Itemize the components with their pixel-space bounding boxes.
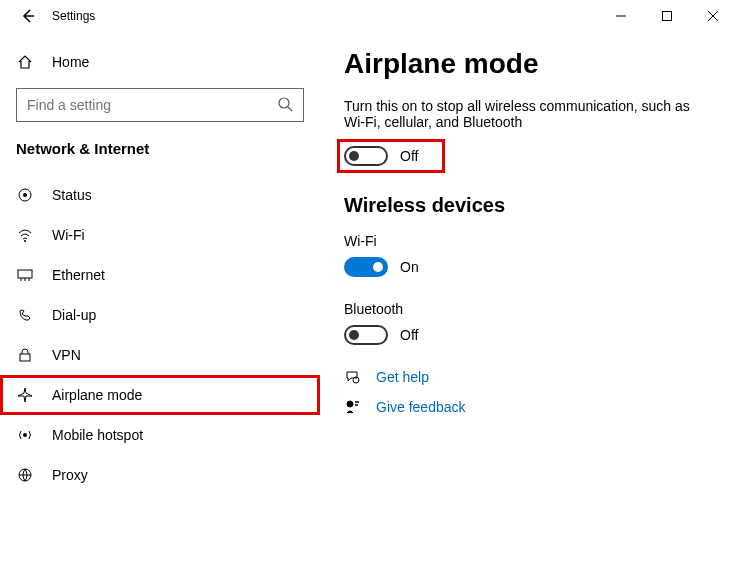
proxy-icon [16,467,34,483]
home-link[interactable]: Home [0,44,320,80]
home-icon [16,54,34,70]
sidebar-item-airplane[interactable]: Airplane mode [0,375,320,415]
wireless-heading: Wireless devices [344,194,712,217]
maximize-icon [662,11,672,21]
bluetooth-toggle[interactable] [344,325,388,345]
maximize-button[interactable] [644,0,690,32]
airplane-state-label: Off [400,148,418,164]
minimize-button[interactable] [598,0,644,32]
help-chat-icon [344,369,362,385]
sidebar-item-hotspot[interactable]: Mobile hotspot [0,415,320,455]
feedback-icon [344,399,362,415]
sidebar-item-proxy[interactable]: Proxy [0,455,320,495]
sidebar-item-label: Status [52,187,92,203]
vpn-icon [16,347,34,363]
bluetooth-state-label: Off [400,327,418,343]
svg-point-7 [23,433,27,437]
sidebar-item-label: Ethernet [52,267,105,283]
airplane-toggle[interactable] [344,146,388,166]
sidebar-item-ethernet[interactable]: Ethernet [0,255,320,295]
sidebar-item-status[interactable]: Status [0,175,320,215]
wifi-label: Wi-Fi [344,233,712,249]
svg-rect-6 [20,354,30,361]
search-icon [277,96,293,115]
airplane-description: Turn this on to stop all wireless commun… [344,98,704,130]
sidebar-item-vpn[interactable]: VPN [0,335,320,375]
dialup-icon [16,307,34,323]
wifi-icon [16,227,34,243]
sidebar-item-label: Airplane mode [52,387,142,403]
get-help-link[interactable]: Get help [376,369,429,385]
svg-point-3 [23,193,27,197]
sidebar-item-label: Mobile hotspot [52,427,143,443]
airplane-icon [16,387,34,403]
sidebar-item-dialup[interactable]: Dial-up [0,295,320,335]
sidebar-item-label: Dial-up [52,307,96,323]
svg-rect-5 [18,270,32,278]
page-title: Airplane mode [344,48,712,80]
bluetooth-label: Bluetooth [344,301,712,317]
back-button[interactable] [8,0,48,32]
sidebar-item-label: Wi-Fi [52,227,85,243]
close-icon [708,11,718,21]
search-input[interactable] [27,97,277,113]
svg-point-1 [279,98,289,108]
search-box[interactable] [16,88,304,122]
svg-point-10 [347,401,353,407]
wifi-toggle[interactable] [344,257,388,277]
window-title: Settings [48,9,95,23]
ethernet-icon [16,267,34,283]
wifi-state-label: On [400,259,419,275]
close-button[interactable] [690,0,736,32]
svg-rect-0 [663,12,672,21]
minimize-icon [616,11,626,21]
section-header: Network & Internet [0,140,320,175]
hotspot-icon [16,427,34,443]
give-feedback-link[interactable]: Give feedback [376,399,466,415]
status-icon [16,187,34,203]
sidebar-item-wifi[interactable]: Wi-Fi [0,215,320,255]
svg-point-4 [24,240,26,242]
sidebar-item-label: Proxy [52,467,88,483]
arrow-left-icon [20,8,36,24]
sidebar-item-label: VPN [52,347,81,363]
home-label: Home [52,54,89,70]
